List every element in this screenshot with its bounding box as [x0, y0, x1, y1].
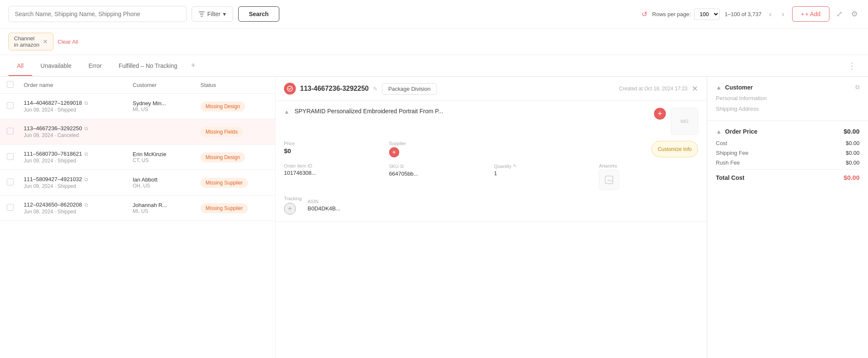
order-id: 111–5809427–4921032 ⧉ [24, 176, 133, 182]
personal-info-label: Personal Information [716, 95, 860, 101]
tab-unavailable[interactable]: Unavailable [32, 56, 80, 76]
search-input[interactable] [8, 6, 186, 22]
close-detail-button[interactable]: ✕ [692, 84, 698, 93]
add-supplier-button[interactable]: + [389, 147, 399, 157]
customer-copy-icon[interactable]: ⧉ [855, 84, 860, 91]
sku-value: 664705bb... [389, 171, 488, 177]
order-checkbox[interactable] [7, 102, 14, 109]
rush-fee-label: Rush Fee [716, 159, 740, 166]
copy-icon[interactable]: ⧉ [84, 176, 88, 182]
order-row[interactable]: 112–0243650–8620208 ⧉ Jun 08, 2024 · Shi… [0, 196, 275, 221]
customer-location: OH, US [133, 183, 200, 189]
order-row[interactable]: 111–5680730–7618621 ⧉ Jun 09, 2024 · Shi… [0, 145, 275, 170]
table-header: Order name Customer Status [0, 77, 275, 94]
tab-add-button[interactable]: + [186, 55, 200, 76]
tabs-row: All Unavailable Error Fulfilled – No Tra… [0, 55, 868, 77]
filter-button[interactable]: Filter ▾ [192, 6, 233, 22]
col-header-customer: Customer [133, 82, 200, 88]
supplier-field: Supplier + [389, 141, 488, 157]
filter-icon [199, 11, 205, 17]
pagination-next-button[interactable]: › [779, 9, 787, 20]
detail-panel: 113-4667236-3292250 ✎ Package Division C… [275, 77, 707, 358]
order-price-title: Order Price [725, 128, 757, 135]
status-badge: Missing Design [200, 152, 245, 162]
order-checkbox[interactable] [7, 153, 14, 160]
status-badge: Missing Supplier [200, 178, 248, 188]
sku-label: SKU ⧉ [389, 163, 488, 169]
product-section: ▲ SPYRAMID Personalized Embroidered Port… [275, 101, 707, 222]
customer-name: Sydney Min... [133, 100, 200, 106]
order-id: 113–4667236–3292250 ⧉ [24, 125, 133, 131]
rows-per-page-select[interactable]: 100 50 25 [694, 8, 720, 20]
tracking-field: Tracking + [284, 196, 302, 215]
order-price-section: ▲ Order Price $0.00 Cost $0.00 Shipping … [707, 121, 868, 191]
tab-error[interactable]: Error [80, 56, 110, 76]
price-value: $0 [284, 147, 383, 154]
order-checkbox[interactable] [7, 128, 14, 134]
tab-all[interactable]: All [8, 56, 32, 76]
customer-name: Erin McKinzie [133, 151, 200, 157]
order-item-id-label: Order Item ID [284, 163, 383, 168]
order-row[interactable]: 111–5809427–4921032 ⧉ Jun 09, 2024 · Shi… [0, 170, 275, 196]
order-list: Order name Customer Status 114–4046827–1… [0, 77, 275, 358]
customer-location: MI, US [133, 106, 200, 112]
filter-tag-channel: Channel in amazon ✕ [8, 33, 53, 50]
artworks-label: Artworks [599, 163, 698, 168]
filter-tag-remove-button[interactable]: ✕ [43, 38, 48, 45]
copy-icon[interactable]: ⧉ [84, 100, 88, 106]
tracking-label: Tracking [284, 196, 302, 201]
select-all-checkbox[interactable] [7, 81, 14, 88]
refresh-icon[interactable]: ↺ [642, 10, 647, 18]
more-options-button[interactable]: ⋮ [844, 57, 860, 74]
rows-per-page-label: Rows per page: [652, 11, 691, 17]
order-checkbox[interactable] [7, 179, 14, 185]
customer-collapse-icon[interactable]: ▲ [716, 84, 722, 91]
sku-copy-icon[interactable]: ⧉ [400, 163, 404, 169]
quantity-edit-icon[interactable]: ✎ [513, 163, 517, 169]
asin-value: B0D4DK4B... [308, 205, 340, 212]
order-row[interactable]: 113–4667236–3292250 ⧉ Jun 09, 2024 · Can… [0, 119, 275, 145]
package-division-button[interactable]: Package Division [382, 83, 437, 95]
artworks-field: Artworks [599, 163, 698, 190]
customize-info-button[interactable]: Customize Info [651, 141, 698, 157]
quantity-label: Quantity ✎ [494, 163, 593, 169]
order-date: Jun 08, 2024 · Shipped [24, 209, 133, 215]
add-product-button[interactable]: + [654, 108, 666, 120]
detail-order-id: 113-4667236-3292250 [300, 85, 369, 92]
order-date: Jun 09, 2024 · Shipped [24, 158, 133, 164]
right-panel: ▲ Customer ⧉ Personal Information Shippi… [707, 77, 868, 358]
col-header-order: Order name [24, 82, 133, 88]
copy-icon[interactable]: ⧉ [84, 202, 88, 208]
collapse-icon[interactable]: ▲ [284, 109, 289, 115]
order-date: Jun 09, 2024 · Shipped [24, 107, 133, 113]
edit-icon[interactable]: ✎ [373, 86, 378, 92]
order-id: 111–5680730–7618621 ⧉ [24, 151, 133, 157]
clear-all-button[interactable]: Clear All [58, 39, 78, 45]
order-row[interactable]: 114–4046827–1269018 ⧉ Jun 09, 2024 · Shi… [0, 94, 275, 119]
cost-row: Cost $0.00 [716, 140, 860, 146]
copy-icon[interactable]: ⧉ [84, 151, 88, 157]
search-button[interactable]: Search [238, 6, 279, 22]
created-at-label: Created at Oct 18, 2024 17:23 [619, 86, 687, 92]
rush-fee-row: Rush Fee $0.00 [716, 159, 860, 166]
asin-field: ASIN B0D4DK4B... [308, 199, 340, 212]
price-field: Price $0 [284, 141, 383, 157]
quantity-value: 1 [494, 170, 593, 176]
order-price-collapse-icon[interactable]: ▲ [716, 128, 722, 135]
status-badge: Missing Supplier [200, 203, 248, 213]
tracking-add-button[interactable]: + [284, 203, 296, 215]
order-checkbox[interactable] [7, 204, 14, 211]
tab-fulfilled-no-tracking[interactable]: Fulfilled – No Tracking [110, 56, 186, 76]
expand-icon[interactable]: ⤢ [835, 8, 844, 20]
filter-chevron-icon: ▾ [223, 11, 226, 17]
settings-icon[interactable]: ⚙ [849, 8, 860, 20]
pagination-prev-button[interactable]: ‹ [767, 9, 774, 20]
total-cost-row: Total Cost $0.00 [716, 169, 860, 181]
shipping-fee-label: Shipping Fee [716, 150, 748, 156]
order-item-id-value: 101746308... [284, 170, 383, 176]
add-button[interactable]: + + Add [792, 6, 829, 22]
asin-label: ASIN [308, 199, 340, 204]
customer-name: Johannah R... [133, 202, 200, 208]
search-input-wrap [8, 6, 186, 22]
copy-icon[interactable]: ⧉ [84, 126, 88, 131]
